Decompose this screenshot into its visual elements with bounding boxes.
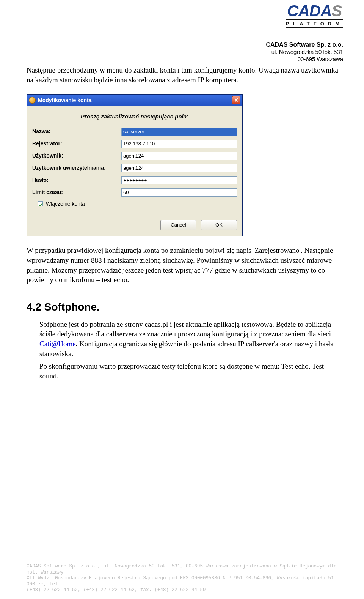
dialog-body: Proszę zaktualizować następujące pola: N… [27,106,242,236]
dialog-prompt: Proszę zaktualizować następujące pola: [32,113,237,120]
field-row-password: Hasło: ●●●●●●●● [32,176,237,184]
dialog-titlebar: Modyfikowanie konta X [27,95,242,106]
cancel-button[interactable]: Cancel [160,220,196,230]
limit-input[interactable]: 60 [121,188,237,197]
paragraph-4: Po skonfigurowaniu warto przeprowadzić t… [39,361,339,381]
checkbox-row: Włączenie konta [38,200,237,208]
password-input[interactable]: ●●●●●●●● [121,176,237,184]
company-name: CADAS Software Sp. z o.o. [266,41,343,49]
footer-line-1: CADAS Software Sp. z o.o., ul. Nowogrodz… [27,564,339,575]
company-addr1: ul. Nowogrodzka 50 lok. 531 [266,49,343,56]
page-footer: CADAS Software Sp. z o.o., ul. Nowogrodz… [27,564,339,593]
field-row-auth: Użytkownik uwierzytelniania: agent124 [32,164,237,172]
registrar-input[interactable]: 192.168.2.110 [121,140,237,148]
field-row-name: Nazwa: callserver [32,128,237,136]
footer-line-2: XII Wydz. Gospodarczy Krajowego Rejestru… [27,575,339,587]
registrar-label: Rejestrator: [32,140,121,147]
page-content: Następnie przechodzimy w menu do zakładk… [27,65,339,384]
ok-button[interactable]: OK [201,220,237,230]
dialog-window: Modyfikowanie konta X Proszę zaktualizow… [27,94,243,236]
p3-part-a: Sofphone jest do pobrania ze strony cada… [39,320,331,338]
auth-label: Użytkownik uwierzytelniania: [32,164,121,172]
cati-home-link[interactable]: Cati@Home [39,340,76,348]
dialog-title-icon [29,97,36,104]
company-addr2: 00-695 Warszawa [266,56,343,63]
password-label: Hasło: [32,177,121,184]
logo-block: CADAS PLATFORM [286,4,343,28]
paragraph-2: W przypadku prawidłowej konfiguracja kon… [27,246,339,285]
paragraph-1: Następnie przechodzimy w menu do zakładk… [27,65,339,85]
field-row-limit: Limit czasu: 60 [32,188,237,197]
enable-account-checkbox[interactable] [38,201,43,206]
logo-platform: PLATFORM [286,19,343,29]
name-input[interactable]: callserver [121,128,237,136]
field-row-user: Użytkownik: agent124 [32,152,237,160]
logo-text: CADAS [286,4,343,18]
field-row-registrar: Rejestrator: 192.168.2.110 [32,140,237,148]
user-label: Użytkownik: [32,152,121,159]
user-input[interactable]: agent124 [121,152,237,160]
paragraph-3: Sofphone jest do pobrania ze strony cada… [39,320,339,359]
logo-blue: CADA [287,2,331,20]
company-address: CADAS Software Sp. z o.o. ul. Nowogrodzk… [266,41,343,63]
footer-line-3: (+48) 22 622 44 52, (+48) 22 622 44 62, … [27,587,339,593]
logo-grey: S [332,2,342,20]
p3-part-b: . Konfiguracja ogranicza się głównie do … [39,340,334,358]
dialog-title: Modyfikowanie konta [38,97,92,104]
dialog-button-row: Cancel OK [32,215,237,230]
enable-account-label: Włączenie konta [46,200,85,208]
auth-input[interactable]: agent124 [121,164,237,172]
section-heading: 4.2 Softphone. [27,300,339,314]
dialog-screenshot: Modyfikowanie konta X Proszę zaktualizow… [27,94,339,236]
close-icon[interactable]: X [232,96,240,104]
name-label: Nazwa: [32,128,121,135]
limit-label: Limit czasu: [32,189,121,196]
